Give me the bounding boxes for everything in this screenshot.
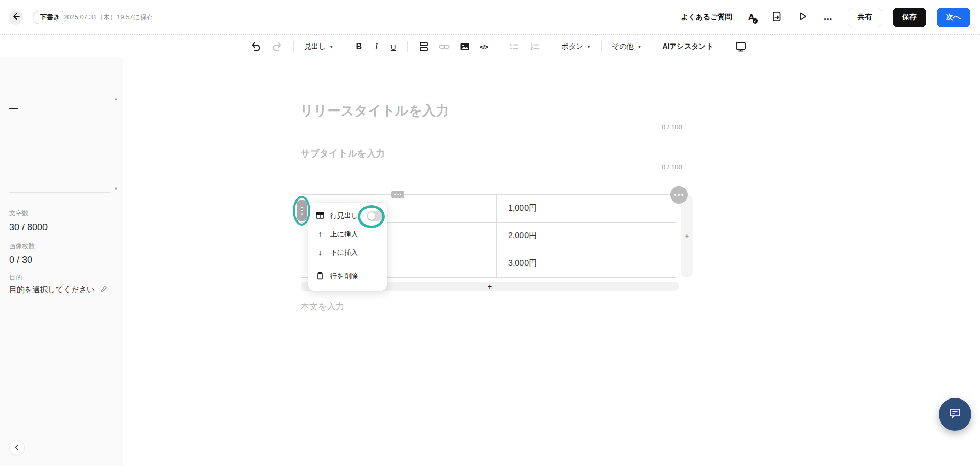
toolbar-separator [344,41,344,52]
menu-item-label: 下に挿入 [330,248,358,257]
save-button[interactable]: 保存 [893,8,926,27]
editor-toolbar: 見出し ▼ B I U </> ボタン ▼ その他 ▼ AIアシスタント [0,36,980,57]
table-cell[interactable]: 1,000円 [497,195,676,222]
export-document-button[interactable] [771,11,783,24]
table-header-icon [315,211,325,221]
subtitle-input[interactable]: サブタイトルを入力 [301,147,385,160]
row-drag-handle[interactable] [297,200,307,221]
saved-timestamp: 2025.07.31（木）19:57に保存 [63,0,153,35]
share-button[interactable]: 共有 [848,8,882,27]
toolbar-separator [601,41,602,52]
other-dropdown-label: その他 [612,42,634,51]
italic-button[interactable]: I [373,41,380,52]
chevron-left-icon [14,443,20,452]
table-options-button[interactable] [670,186,688,204]
preview-play-button[interactable] [796,11,809,24]
other-dropdown[interactable]: その他 ▼ [612,42,642,51]
chat-bubble-icon [947,406,963,423]
char-count-value: 30 / 8000 [9,222,48,233]
release-title-input[interactable]: リリースタイトルを入力 [300,102,449,120]
bold-button[interactable]: B [354,42,363,51]
subtitle-char-counter: 0 / 100 [580,163,682,171]
ellipsis-icon: … [823,15,833,19]
body-text-input[interactable]: 本文を入力 [301,301,344,313]
outline-item-divider[interactable]: — [9,103,18,114]
check-icon [753,18,758,24]
sidebar-divider [9,192,110,193]
toolbar-separator [551,41,551,52]
code-button[interactable]: </> [480,43,488,51]
toolbar-separator [652,41,652,52]
menu-item-label: 行見出し [330,211,358,220]
top-bar: 下書き 2025.07.31（木）19:57に保存 よくあるご質問 A … 共有… [0,0,980,35]
link-button[interactable] [439,41,450,52]
toolbar-separator [407,41,408,52]
row-header-toggle[interactable] [367,211,383,221]
trash-icon [315,271,325,282]
numbered-list-button[interactable] [529,41,540,52]
table-cell[interactable]: 3,000円 [497,250,676,277]
toolbar-separator [724,41,724,52]
purpose-label: 目的 [9,274,22,282]
button-block-dropdown[interactable]: ボタン ▼ [561,42,591,51]
back-button[interactable] [9,10,23,25]
menu-item-insert-below[interactable]: ↓ 下に挿入 [308,243,387,262]
column-handle[interactable] [391,191,404,198]
chevron-down-icon: ▼ [637,45,642,49]
bullet-list-button[interactable] [509,41,520,52]
menu-item-label: 上に挿入 [330,230,358,239]
image-count-label: 画像枚数 [9,242,35,251]
char-count-label: 文字数 [9,209,29,218]
faq-link[interactable]: よくあるご質問 [681,13,732,22]
underline-button[interactable]: U [389,42,397,51]
heading-dropdown[interactable]: 見出し ▼ [304,42,333,51]
play-icon [797,11,808,24]
toolbar-separator [293,41,294,52]
button-block-dropdown-label: ボタン [561,42,583,51]
add-column-button[interactable]: + [681,195,693,277]
sidebar-collapse-button[interactable] [9,440,25,455]
arrow-down-icon: ↓ [315,248,325,257]
scroll-down-icon[interactable]: ▼ [113,186,118,191]
table-cell[interactable]: 2,000円 [497,223,676,250]
pencil-icon [100,284,108,295]
scroll-up-icon[interactable]: ▲ [113,96,118,101]
image-button[interactable] [459,41,470,52]
purpose-value: 目的を選択してください [9,285,95,295]
support-chat-button[interactable] [939,398,971,431]
arrow-left-icon [11,12,20,23]
menu-item-label: 行を削除 [330,272,358,281]
title-char-counter: 0 / 100 [580,123,682,131]
menu-divider [308,264,387,264]
preview-monitor-button[interactable] [735,40,747,53]
proofread-button[interactable]: A [745,11,758,24]
outline-sidebar: ▲ — ▼ 文字数 30 / 8000 画像枚数 0 / 30 目的 目的を選択… [0,57,123,466]
heading-dropdown-label: 見出し [304,42,326,51]
row-context-menu: 行見出し ↑ 上に挿入 ↓ 下に挿入 行を削除 [308,203,387,291]
more-options-button[interactable]: … [822,11,834,24]
document-export-icon [771,11,782,24]
menu-item-insert-above[interactable]: ↑ 上に挿入 [308,225,387,243]
ai-assistant-button[interactable]: AIアシスタント [663,42,714,51]
purpose-selector[interactable]: 目的を選択してください [9,284,108,295]
arrow-up-icon: ↑ [315,230,325,239]
redo-button[interactable] [271,40,283,53]
next-button[interactable]: 次へ [937,8,970,27]
status-badge: 下書き [33,11,67,24]
undo-button[interactable] [249,40,262,53]
chevron-down-icon: ▼ [587,45,591,49]
toolbar-separator [498,41,498,52]
image-count-value: 0 / 30 [9,255,32,265]
divider-block-button[interactable] [418,41,429,52]
chevron-down-icon: ▼ [329,45,333,49]
menu-item-row-header[interactable]: 行見出し [308,207,387,225]
menu-item-delete-row[interactable]: 行を削除 [308,267,387,286]
